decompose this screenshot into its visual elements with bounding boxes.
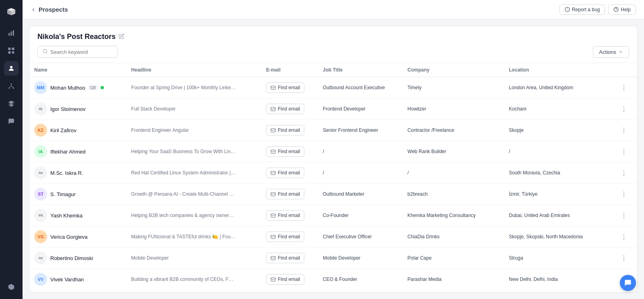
content-header: Nikola's Post Reactors Actions: [29, 26, 637, 63]
prospect-name[interactable]: Kiril Zafirov: [50, 127, 76, 133]
avatar: IS: [34, 102, 47, 115]
name-cell-2: KZKiril Zafirov: [29, 120, 126, 141]
find-email-button[interactable]: Find email: [266, 146, 304, 157]
svg-line-13: [11, 86, 13, 88]
email-icon: [270, 85, 276, 90]
search-box[interactable]: [37, 46, 118, 58]
svg-rect-2: [13, 30, 14, 36]
sidebar-item-settings[interactable]: [4, 280, 19, 294]
email-icon: [270, 192, 276, 197]
company-cell-4: /: [402, 162, 504, 184]
sidebar-item-contacts[interactable]: [4, 61, 19, 76]
more-options-button[interactable]: ⋮: [619, 82, 629, 93]
email-cell-10: Find email: [261, 290, 318, 293]
search-input[interactable]: [50, 49, 113, 55]
more-options-button[interactable]: ⋮: [619, 104, 629, 115]
job-cell-10: Chief Executive Officer: [318, 290, 402, 293]
more-options-button[interactable]: ⋮: [619, 168, 629, 178]
more-cell-3: ⋮: [614, 141, 637, 162]
svg-rect-4: [12, 48, 14, 50]
help-button[interactable]: Help: [608, 4, 636, 15]
col-email: E-mail: [261, 63, 318, 77]
find-email-button[interactable]: Find email: [266, 189, 304, 199]
more-cell-0: ⋮: [614, 77, 637, 98]
find-email-button[interactable]: Find email: [266, 168, 304, 178]
more-cell-8: ⋮: [614, 248, 637, 269]
svg-rect-31: [271, 278, 275, 281]
prospect-name[interactable]: Verica Gorgieva: [50, 234, 88, 240]
sidebar-item-network[interactable]: [4, 79, 19, 93]
avatar: Av: [34, 252, 47, 264]
email-cell-9: Find email: [261, 269, 318, 290]
sidebar-item-analytics[interactable]: [4, 26, 19, 40]
headline-cell-2: Frontend Engineer Angular: [126, 120, 261, 141]
svg-rect-5: [8, 51, 11, 54]
location-cell-5: İzmir, Türkiye: [504, 184, 614, 205]
find-email-button[interactable]: Find email: [266, 104, 304, 114]
logo[interactable]: [4, 5, 19, 19]
svg-rect-29: [271, 235, 275, 239]
name-cell-5: STS. Timagur: [29, 184, 126, 205]
svg-rect-23: [271, 107, 275, 111]
edit-title-icon[interactable]: [119, 33, 124, 40]
job-cell-4: /: [318, 162, 402, 184]
sidebar-item-messages[interactable]: [4, 114, 19, 129]
back-button[interactable]: Prospects: [31, 6, 68, 13]
name-cell-8: AvRobertino Dimoski: [29, 248, 126, 269]
svg-rect-3: [8, 48, 11, 50]
prospect-name[interactable]: Igor Stoimenov: [50, 106, 85, 112]
location-cell-2: Skopje: [504, 120, 614, 141]
more-options-button[interactable]: ⋮: [619, 125, 629, 136]
prospect-name[interactable]: Yash Khemka: [50, 213, 83, 219]
email-cell-8: Find email: [261, 248, 318, 269]
email-cell-6: Find email: [261, 205, 318, 226]
company-cell-1: Howitzer: [402, 98, 504, 120]
topbar-title: Prospects: [39, 6, 68, 13]
find-email-button[interactable]: Find email: [266, 210, 304, 221]
more-options-button[interactable]: ⋮: [619, 210, 629, 221]
topbar-actions: Report a bug Help: [559, 4, 636, 15]
table-row: ISIgor StoimenovFull Stack Developer Fin…: [29, 98, 637, 120]
find-email-button[interactable]: Find email: [266, 125, 304, 135]
company-cell-3: Web Rank Builder: [402, 141, 504, 162]
find-email-button[interactable]: Find email: [266, 82, 304, 93]
name-cell-9: VVVivek Vardhan: [29, 269, 126, 290]
job-cell-0: Outbound Account Executive: [318, 77, 402, 98]
more-cell-2: ⋮: [614, 120, 637, 141]
more-options-button[interactable]: ⋮: [619, 189, 629, 200]
prospect-name[interactable]: S. Timagur: [50, 191, 76, 197]
more-options-button[interactable]: ⋮: [619, 253, 629, 264]
find-email-button[interactable]: Find email: [266, 231, 304, 242]
prospect-name[interactable]: Vivek Vardhan: [50, 276, 84, 283]
svg-rect-28: [271, 214, 275, 217]
headline-cell-9: Building a vibrant B2B community of CEOs…: [126, 269, 261, 290]
prospect-name[interactable]: M.Sc. Iskra R.: [50, 170, 83, 176]
report-bug-button[interactable]: Report a bug: [559, 4, 605, 15]
email-cell-2: Find email: [261, 120, 318, 141]
svg-rect-1: [11, 31, 12, 36]
headline-cell-4: Red Hat Certified Linux System Administr…: [126, 162, 261, 184]
find-email-button[interactable]: Find email: [266, 253, 304, 263]
more-options-button[interactable]: ⋮: [619, 146, 629, 157]
headline-cell-10: CEO & Managing Partner at Evergreen Cons…: [126, 290, 261, 293]
sidebar-item-linkedin[interactable]: [4, 43, 19, 58]
avatar: VV: [34, 273, 47, 286]
online-dot: [101, 86, 104, 89]
chat-bubble[interactable]: [620, 275, 636, 291]
actions-button[interactable]: Actions: [593, 46, 629, 58]
topbar: Prospects Report a bug Help: [23, 0, 644, 19]
more-options-button[interactable]: ⋮: [619, 231, 629, 242]
job-cell-7: Chief Executive Officer: [318, 226, 402, 248]
more-cell-4: ⋮: [614, 162, 637, 184]
prospect-name[interactable]: Iftekhar Ahmed: [50, 149, 85, 155]
avatar: IA: [34, 145, 47, 158]
sidebar-item-campaigns[interactable]: [4, 96, 19, 111]
email-icon: [270, 106, 276, 112]
table-row: IAIftekhar AhmedHelping Your SaaS Busine…: [29, 141, 637, 162]
find-email-button[interactable]: Find email: [266, 274, 304, 285]
prospect-name[interactable]: Robertino Dimoski: [50, 255, 93, 261]
prospect-name[interactable]: Mohan Muthoo: [50, 85, 85, 91]
company-cell-5: b2breach: [402, 184, 504, 205]
table-row: AvM.Sc. Iskra R.Red Hat Certified Linux …: [29, 162, 637, 184]
prospects-table-container: Name Headline E-mail Job Title Company L…: [29, 63, 637, 292]
